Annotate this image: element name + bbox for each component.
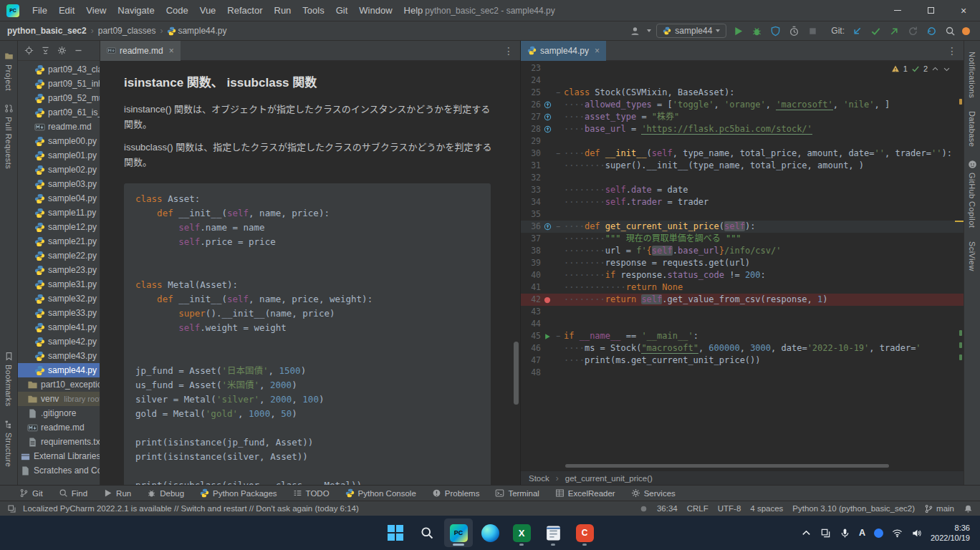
microphone-icon[interactable] <box>840 528 850 539</box>
tree-item-sample04.py[interactable]: sample04.py <box>18 191 100 206</box>
code-line[interactable]: us_fund = Asset('米国債', 2000) <box>135 378 479 392</box>
code-line-40[interactable]: 40········if response.status_code != 200… <box>521 269 964 281</box>
code-line-43[interactable]: 43 <box>521 306 964 318</box>
update-project-button[interactable] <box>850 24 864 38</box>
editor-gutter-cell[interactable]: 44 <box>521 318 564 330</box>
editor-gutter-cell[interactable]: 48 <box>521 367 564 379</box>
code-line-42[interactable]: 42········return self.get_value_from_csv… <box>521 294 964 306</box>
editor-gutter-cell[interactable]: 41 <box>521 281 564 294</box>
commit-button[interactable] <box>869 24 883 38</box>
code-line[interactable] <box>135 349 479 364</box>
tree-item-sample02.py[interactable]: sample02.py <box>18 163 100 177</box>
editor-gutter-cell[interactable]: 28 <box>521 123 564 135</box>
taskbar-clock[interactable]: 8:36 2022/10/19 <box>931 523 970 544</box>
status-widget[interactable]: CRLF <box>687 504 708 513</box>
tree-item-venv[interactable]: venvlibrary root <box>18 392 100 406</box>
tree-item-sample32.py[interactable]: sample32.py <box>18 291 100 306</box>
editor-gutter-cell[interactable]: 24 <box>521 74 564 87</box>
code-line[interactable]: print(issubclass(silver.__class__, Metal… <box>135 478 479 485</box>
close-tab-icon[interactable]: × <box>169 46 174 56</box>
tool-stripe-database[interactable]: Database <box>968 105 976 153</box>
menu-window[interactable]: Window <box>353 5 398 16</box>
tree-item-part10_exceptions[interactable]: part10_exceptions <box>18 377 100 392</box>
preview-scrollbar[interactable] <box>514 342 519 405</box>
chevron-up-icon[interactable] <box>801 528 812 539</box>
editor-gutter-cell[interactable]: 35 <box>521 208 564 221</box>
menu-view[interactable]: View <box>80 5 112 16</box>
updates-indicator[interactable] <box>962 27 970 35</box>
bluetooth-icon[interactable] <box>874 529 883 538</box>
code-line[interactable]: print(isinstance(jp_fund, Asset)) <box>135 435 479 450</box>
code-line-24[interactable]: 24 <box>521 74 964 87</box>
tree-item-sample33.py[interactable]: sample33.py <box>18 306 100 320</box>
layers-icon[interactable] <box>820 528 831 539</box>
change-stripe-mark[interactable] <box>959 342 962 348</box>
code-line-31[interactable]: 31········super().__init__(type_name, to… <box>521 160 964 172</box>
fold-marker[interactable]: − <box>554 221 562 233</box>
git-branch-widget[interactable]: main <box>924 504 954 513</box>
code-line-35[interactable]: 35 <box>521 208 964 221</box>
editor-breadcrumb-item[interactable]: Stock <box>529 474 549 483</box>
coverage-button[interactable] <box>769 24 782 38</box>
taskbar-red-app-app[interactable]: C <box>570 518 599 547</box>
editor-gutter-cell[interactable]: 25− <box>521 87 564 99</box>
code-line[interactable]: print(isinstance(silver, Asset)) <box>135 450 479 464</box>
tool-stripe-pull-requests[interactable]: Pull Requests <box>4 97 14 175</box>
tree-item-sample31.py[interactable]: sample31.py <box>18 277 100 291</box>
warning-stripe-mark[interactable] <box>959 99 962 105</box>
editor-gutter-cell[interactable]: 43 <box>521 306 564 318</box>
editor-gutter-cell[interactable]: 23 <box>521 62 564 74</box>
taskbar-search-button[interactable] <box>413 518 441 547</box>
stop-button[interactable] <box>806 24 820 38</box>
taskbar-excel-app[interactable]: X <box>507 518 536 547</box>
tab-sample44[interactable]: sample44.py × <box>521 41 606 61</box>
menu-code[interactable]: Code <box>160 5 194 16</box>
tool-stripe-bookmarks[interactable]: Bookmarks <box>4 345 14 413</box>
taskbar-notepad-app[interactable] <box>539 518 567 547</box>
code-line-47[interactable]: 47····print(ms.get_current_unit_price()) <box>521 354 964 367</box>
code-line[interactable]: self.name = name <box>135 221 479 235</box>
code-line-30[interactable]: 30−····def __init__(self, type_name, tot… <box>521 148 964 160</box>
tab-readme[interactable]: readme.md × <box>100 41 181 61</box>
code-line-28[interactable]: 28····base_url = 'https://flask.pc5bai.c… <box>521 123 964 135</box>
toolbar-debug[interactable]: Debug <box>139 486 192 501</box>
toolbar-python-packages[interactable]: Python Packages <box>192 486 285 501</box>
menu-tools[interactable]: Tools <box>297 5 330 16</box>
toolbar-problems[interactable]: Problems <box>424 486 488 501</box>
tool-stripe-notifications[interactable]: Notifications <box>968 45 976 105</box>
locate-file-button[interactable] <box>24 46 34 55</box>
code-line[interactable]: self.price = price <box>135 235 479 249</box>
code-line-29[interactable]: 29 <box>521 135 964 148</box>
editor-breadcrumb-item[interactable]: get_current_unit_price() <box>565 474 653 483</box>
wifi-icon[interactable] <box>892 528 903 539</box>
tool-stripe-structure[interactable]: Structure <box>4 413 14 473</box>
code-line[interactable] <box>135 249 479 264</box>
user-button[interactable] <box>628 24 642 38</box>
tab-options-icon[interactable]: ⋮ <box>941 45 964 57</box>
status-message[interactable]: Localized PyCharm 2022.2.1 is available … <box>23 504 359 513</box>
code-line[interactable] <box>135 421 479 435</box>
tool-stripe-project[interactable]: Project <box>4 45 14 97</box>
code-line[interactable]: silver = Metal('silver', 2000, 100) <box>135 392 479 407</box>
code-line[interactable]: super().__init__(name, price) <box>135 307 479 321</box>
code-line-46[interactable]: 46····ms = Stock("macrosoft", 600000, 30… <box>521 342 964 354</box>
rollback-button[interactable] <box>925 24 938 38</box>
tree-item-part09_61_is_f[interactable]: part09_61_is_f <box>18 105 100 120</box>
tree-item-sample41.py[interactable]: sample41.py <box>18 320 100 334</box>
code-line-41[interactable]: 41············return None <box>521 281 964 294</box>
tree-item-sample23.py[interactable]: sample23.py <box>18 263 100 277</box>
code-line[interactable]: class Metal(Asset): <box>135 278 479 292</box>
tree-item-sample42.py[interactable]: sample42.py <box>18 334 100 349</box>
tree-item-sample11.py[interactable]: sample11.py <box>18 206 100 220</box>
run-button[interactable] <box>731 24 745 38</box>
toolbar-excelreader[interactable]: ExcelReader <box>547 486 623 501</box>
fold-marker[interactable]: − <box>554 148 562 160</box>
search-everywhere-button[interactable] <box>943 24 957 38</box>
tree-item-readme.md[interactable]: readme.md <box>18 120 100 134</box>
change-stripe-mark[interactable] <box>959 354 962 360</box>
taskbar-edge-app[interactable] <box>476 518 504 547</box>
menu-edit[interactable]: Edit <box>53 5 80 16</box>
status-widget[interactable]: Python 3.10 (python_basic_sec2) <box>792 504 915 513</box>
editor-gutter-cell[interactable]: 32 <box>521 172 564 184</box>
code-line-36[interactable]: 36−····def get_current_unit_price(self): <box>521 221 964 233</box>
